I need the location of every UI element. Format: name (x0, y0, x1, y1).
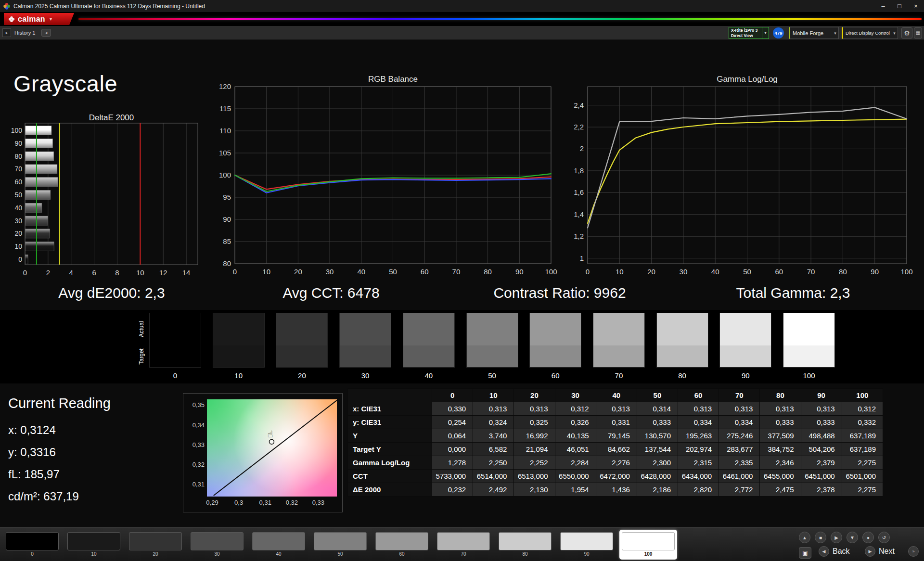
table-col-header: 100 (842, 389, 883, 402)
swatch-target (150, 345, 201, 367)
level-swatch (191, 532, 244, 550)
grayscale-swatch-100: 100 (783, 313, 835, 380)
svg-text:0,31: 0,31 (259, 499, 271, 506)
level-label: 80 (496, 551, 554, 557)
table-col-header: 50 (637, 389, 678, 402)
swatch-level-label: 50 (466, 371, 518, 380)
pattern-window-button[interactable]: ▣ (799, 547, 811, 559)
minimize-button[interactable]: – (875, 0, 891, 12)
level-button-80[interactable]: 80 (496, 530, 554, 560)
grayscale-swatch-80: 80 (656, 313, 708, 380)
close-button[interactable]: × (908, 0, 924, 12)
skip-button[interactable]: » (908, 546, 919, 557)
svg-text:120: 120 (219, 82, 231, 90)
table-cell: 1,436 (596, 483, 637, 497)
back-label: Back (833, 547, 850, 556)
grayscale-swatch-90: 90 (719, 313, 771, 380)
pattern-source-select[interactable]: Mobile Forge ▾ (789, 27, 839, 39)
svg-text:80: 80 (14, 153, 22, 160)
calman-logo-button[interactable]: calman ▾ (4, 13, 74, 25)
pattern-source-label: Mobile Forge (790, 30, 832, 36)
table-col-header: 90 (801, 389, 842, 402)
table-cell: 2,335 (719, 456, 760, 470)
avg-de2000-stat: Avg dE2000: 2,3 (15, 285, 208, 301)
level-button-90[interactable]: 90 (558, 530, 616, 560)
table-row-label: Target Y (348, 443, 432, 456)
history-label: History 1 (14, 30, 35, 36)
page-title: Grayscale (13, 70, 117, 97)
svg-text:20: 20 (647, 268, 655, 276)
back-button[interactable]: ◀ Back (819, 546, 850, 557)
svg-text:70: 70 (452, 268, 461, 276)
table-cell: 0,232 (432, 483, 473, 497)
table-cell: 0,331 (596, 416, 637, 429)
svg-text:0,33: 0,33 (192, 441, 205, 448)
table-col-header: 60 (678, 389, 719, 402)
save-button[interactable]: ▼ (847, 532, 858, 543)
calman-pinwheel-icon (8, 16, 15, 23)
table-row-label: Y (348, 429, 432, 443)
level-label: 10 (65, 551, 123, 557)
meter-select[interactable]: X-Rite i1Pro 3 Direct View ▾ (729, 27, 769, 39)
reading-y-value: y: 0,3316 (8, 446, 56, 459)
level-swatch (129, 532, 182, 550)
level-button-60[interactable]: 60 (373, 530, 431, 560)
level-button-30[interactable]: 30 (188, 530, 246, 560)
level-button-20[interactable]: 20 (127, 530, 184, 560)
swatch-actual (340, 313, 391, 345)
stop-button[interactable]: ■ (815, 532, 826, 543)
table-cell: 1,954 (555, 483, 596, 497)
svg-text:60: 60 (775, 268, 783, 276)
table-cell: 6501,000 (842, 470, 883, 483)
level-button-10[interactable]: 10 (65, 530, 123, 560)
table-cell: 0,313 (473, 402, 514, 416)
reading-cdm2-value: cd/m²: 637,19 (8, 490, 79, 503)
swatch-actual (720, 313, 771, 345)
level-button-0[interactable]: 0 (3, 530, 61, 560)
svg-text:70: 70 (807, 268, 815, 276)
table-cell: 202,974 (678, 443, 719, 456)
swatch-actual (403, 313, 454, 345)
svg-text:2,4: 2,4 (574, 101, 584, 109)
history-prev-button[interactable]: ◂ (41, 29, 51, 37)
svg-text:100: 100 (900, 268, 912, 276)
table-col-header: 70 (719, 389, 760, 402)
grayscale-swatch-10: 10 (213, 313, 265, 380)
swatch-actual (593, 313, 644, 345)
swatch-target (783, 345, 834, 367)
grayscale-swatch-strip: Actual Target 0102030405060708090100 (0, 310, 924, 383)
display-control-select[interactable]: Direct Display Control ▾ (842, 27, 898, 39)
table-row-label: CCT (348, 470, 432, 483)
level-button-40[interactable]: 40 (250, 530, 308, 560)
table-cell: 84,662 (596, 443, 637, 456)
svg-text:0,32: 0,32 (192, 461, 205, 468)
table-cell: 0,333 (801, 416, 842, 429)
swatch-target (657, 345, 708, 367)
layout-panel-button[interactable]: ▦ (914, 27, 922, 38)
maximize-button[interactable]: □ (891, 0, 908, 12)
play-button[interactable]: ▶ (831, 532, 842, 543)
table-cell: 2,379 (801, 456, 842, 470)
svg-text:100: 100 (545, 268, 557, 276)
next-button[interactable]: ▶ Next (865, 546, 895, 557)
table-cell: 6455,000 (760, 470, 801, 483)
level-button-100[interactable]: 100 (619, 530, 677, 560)
logo-text: calman (18, 15, 45, 24)
svg-text:0,34: 0,34 (192, 421, 205, 429)
level-button-50[interactable]: 50 (311, 530, 369, 560)
record-button[interactable]: ● (862, 532, 874, 543)
table-cell: 6428,000 (637, 470, 678, 483)
svg-text:DeltaE 2000: DeltaE 2000 (89, 114, 134, 122)
svg-text:20: 20 (14, 230, 22, 237)
svg-text:6: 6 (92, 268, 96, 277)
refresh-button[interactable]: ↺ (878, 532, 890, 543)
swatch-level-label: 30 (339, 371, 391, 380)
svg-text:60: 60 (421, 268, 429, 276)
table-cell: 2,492 (473, 483, 514, 497)
history-expand-button[interactable]: ▸ (2, 28, 11, 37)
settings-gear-button[interactable]: ⚙ (901, 27, 912, 38)
eject-button[interactable]: ▲ (799, 532, 810, 543)
level-button-70[interactable]: 70 (435, 530, 492, 560)
table-cell: 2,820 (678, 483, 719, 497)
svg-text:40: 40 (357, 268, 365, 276)
